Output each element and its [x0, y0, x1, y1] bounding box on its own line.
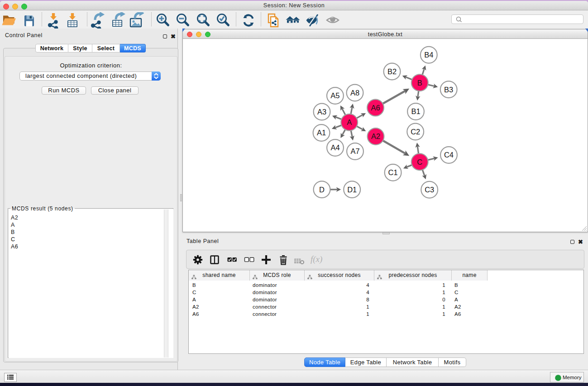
svg-text:A4: A4 — [330, 143, 339, 152]
svg-text:C2: C2 — [411, 128, 420, 136]
svg-text:A5: A5 — [330, 91, 339, 100]
svg-text:D: D — [319, 186, 325, 194]
svg-text:B1: B1 — [411, 107, 420, 115]
svg-text:A3: A3 — [317, 108, 326, 116]
svg-text:A7: A7 — [350, 147, 359, 155]
svg-text:A8: A8 — [350, 89, 359, 97]
svg-text:A2: A2 — [371, 132, 380, 140]
svg-text:A6: A6 — [371, 104, 380, 112]
svg-text:A1: A1 — [317, 129, 326, 137]
svg-text:C: C — [417, 158, 422, 166]
svg-text:B4: B4 — [424, 51, 433, 59]
svg-text:B3: B3 — [444, 86, 453, 94]
svg-text:C1: C1 — [388, 168, 398, 176]
svg-text:D1: D1 — [347, 186, 357, 194]
svg-text:B: B — [417, 79, 422, 87]
svg-text:B2: B2 — [387, 67, 397, 76]
svg-text:C4: C4 — [444, 151, 454, 159]
svg-text:C3: C3 — [425, 186, 434, 194]
svg-text:A: A — [347, 118, 352, 126]
